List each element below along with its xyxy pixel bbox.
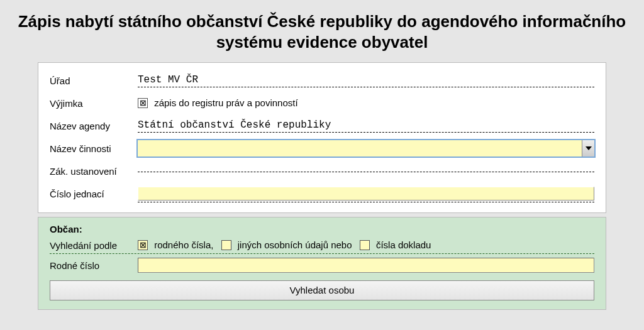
label-cinnost: Název činnosti (50, 143, 138, 154)
field-zak (138, 170, 594, 172)
opt-rodne-cislo-text: rodného čísla, (154, 239, 213, 250)
row-agenda: Název agendy Státní občanství České repu… (50, 117, 594, 135)
label-agenda: Název agendy (50, 121, 138, 131)
field-urad: Test MV ČR (138, 74, 594, 87)
cinnost-select[interactable] (138, 140, 594, 157)
chevron-down-icon (586, 146, 592, 150)
vyhledat-osobu-button[interactable]: Vyhledat osobu (50, 280, 594, 300)
rodne-cislo-input[interactable] (138, 258, 594, 273)
vyjimka-checkbox[interactable]: ⊠ (138, 98, 148, 108)
label-search-by: Vyhledání podle (50, 240, 138, 251)
label-zak: Zák. ustanovení (50, 166, 138, 177)
field-vyjimka: ⊠ zápis do registru práv a povinností (138, 97, 594, 109)
opt-jine-udaje-text: jiných osobních údajů nebo (238, 239, 352, 250)
opt-cislo-dokladu-checkbox[interactable] (360, 240, 370, 250)
row-cj: Číslo jednací (50, 185, 594, 202)
page-title: Zápis nabytí státního občanství České re… (0, 0, 644, 58)
opt-cislo-dokladu-text: čísla dokladu (376, 239, 431, 250)
row-cinnost: Název činnosti (50, 140, 594, 157)
label-cj: Číslo jednací (50, 189, 138, 199)
row-rodne-cislo: Rodné číslo (50, 258, 594, 275)
citizen-heading: Občan: (50, 224, 594, 234)
svg-marker-0 (586, 146, 592, 150)
search-options: ⊠ rodného čísla, jiných osobních údajů n… (138, 239, 594, 251)
label-urad: Úřad (50, 75, 138, 86)
opt-jine-udaje-checkbox[interactable] (221, 240, 231, 250)
label-vyjimka: Výjimka (50, 98, 138, 109)
cinnost-value (138, 140, 582, 157)
row-vyjimka: Výjimka ⊠ zápis do registru práv a povin… (50, 94, 594, 112)
urad-value: Test MV ČR (138, 74, 198, 85)
cinnost-dropdown-button[interactable] (582, 140, 594, 157)
row-zak: Zák. ustanovení (50, 162, 594, 180)
cj-input[interactable] (138, 187, 594, 201)
agenda-value: Státní občanství České republiky (138, 119, 331, 131)
row-search-by: Vyhledání podle ⊠ rodného čísla, jiných … (50, 239, 594, 254)
vyjimka-text: zápis do registru práv a povinností (154, 97, 297, 108)
panel-citizen: Občan: Vyhledání podle ⊠ rodného čísla, … (38, 217, 606, 310)
panel-form: Úřad Test MV ČR Výjimka ⊠ zápis do regis… (38, 62, 606, 213)
opt-rodne-cislo-checkbox[interactable]: ⊠ (138, 240, 148, 250)
row-urad: Úřad Test MV ČR (50, 72, 594, 89)
field-agenda: Státní občanství České republiky (138, 119, 594, 133)
label-rodne-cislo: Rodné číslo (50, 260, 138, 271)
